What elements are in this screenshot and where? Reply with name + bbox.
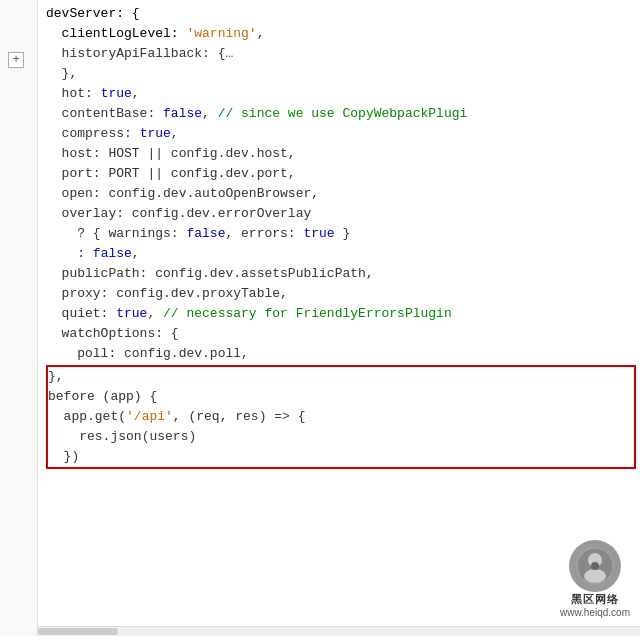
fold-button[interactable]: + [8, 52, 24, 68]
code-token: , [257, 26, 265, 41]
code-token: , [171, 126, 179, 141]
code-token: historyApiFallback: { [62, 46, 226, 61]
code-token: }, [62, 66, 78, 81]
code-line: proxy: config.dev.proxyTable, [46, 284, 640, 304]
horizontal-scrollbar[interactable] [38, 626, 640, 636]
code-token: overlay: config.dev.errorOverlay [62, 206, 312, 221]
code-line: open: config.dev.autoOpenBrowser, [46, 184, 640, 204]
code-line: watchOptions: { [46, 324, 640, 344]
code-token: open: config.dev.autoOpenBrowser, [62, 186, 319, 201]
code-token: , [202, 106, 218, 121]
code-token: contentBase: [62, 106, 163, 121]
watermark-logo [569, 540, 621, 592]
code-line: contentBase: false, // since we use Copy… [46, 104, 640, 124]
code-content: devServer: { clientLogLevel: 'warning', … [38, 0, 640, 636]
code-token: // since we use CopyWebpackPlugi [218, 106, 468, 121]
code-token: publicPath: config.dev.assetsPublicPath, [62, 266, 374, 281]
code-token: }, [48, 369, 64, 384]
code-line: publicPath: config.dev.assetsPublicPath, [46, 264, 640, 284]
highlighted-line: }) [48, 447, 634, 467]
highlighted-line: }, [48, 367, 634, 387]
highlighted-code-block: }, before (app) { app.get('/api', (req, … [46, 365, 636, 469]
watermark: 黑区网络 www.heiqd.com [560, 540, 630, 618]
code-token: , errors: [225, 226, 303, 241]
code-token: app.get( [64, 409, 126, 424]
code-line: compress: true, [46, 124, 640, 144]
code-line: ? { warnings: false, errors: true } [46, 224, 640, 244]
code-token: , [147, 306, 163, 321]
code-token: , [132, 246, 140, 261]
code-line: : false, [46, 244, 640, 264]
code-line: historyApiFallback: {… [46, 44, 640, 64]
code-token: before (app) { [48, 389, 157, 404]
code-token: , (req, res) => { [173, 409, 306, 424]
code-line: quiet: true, // necessary for FriendlyEr… [46, 304, 640, 324]
svg-point-2 [584, 569, 606, 583]
code-line: devServer: { [46, 4, 640, 24]
highlighted-line: app.get('/api', (req, res) => { [48, 407, 634, 427]
code-token: watchOptions: { [62, 326, 179, 341]
code-token: 'warning' [186, 26, 256, 41]
code-token: false [163, 106, 202, 121]
code-line: hot: true, [46, 84, 640, 104]
code-area: + devServer: { clientLogLevel: 'warning'… [0, 0, 640, 636]
code-token: true [101, 86, 132, 101]
code-token: compress: [62, 126, 140, 141]
scrollbar-thumb[interactable] [38, 628, 118, 635]
code-token: false [93, 246, 132, 261]
code-token: } [335, 226, 351, 241]
code-token: port: PORT || config.dev.port, [62, 166, 296, 181]
code-line: poll: config.dev.poll, [46, 344, 640, 364]
highlighted-line: res.json(users) [48, 427, 634, 447]
code-token: quiet: [62, 306, 117, 321]
code-token: hot: [62, 86, 101, 101]
code-token: poll: config.dev.poll, [77, 346, 249, 361]
watermark-url: www.heiqd.com [560, 607, 630, 618]
watermark-site-name: 黑区网络 [571, 592, 619, 607]
code-token: … [225, 46, 233, 61]
code-token: true [303, 226, 334, 241]
code-token: true [116, 306, 147, 321]
code-token: devServer: { [46, 6, 140, 21]
code-token: : [77, 246, 93, 261]
watermark-logo-icon [575, 546, 615, 586]
code-token: false [186, 226, 225, 241]
code-token: // necessary for FriendlyErrorsPlugin [163, 306, 452, 321]
code-line: }, [46, 64, 640, 84]
code-token: res.json(users) [79, 429, 196, 444]
code-token: clientLogLevel: [62, 26, 187, 41]
editor-container: + devServer: { clientLogLevel: 'warning'… [0, 0, 640, 636]
code-token: proxy: config.dev.proxyTable, [62, 286, 288, 301]
code-token: }) [64, 449, 80, 464]
line-gutter: + [0, 0, 38, 636]
code-token: true [140, 126, 171, 141]
code-line: clientLogLevel: 'warning', [46, 24, 640, 44]
svg-point-3 [591, 562, 599, 570]
code-token: '/api' [126, 409, 173, 424]
highlighted-line: before (app) { [48, 387, 634, 407]
code-line: overlay: config.dev.errorOverlay [46, 204, 640, 224]
code-line: port: PORT || config.dev.port, [46, 164, 640, 184]
code-line: host: HOST || config.dev.host, [46, 144, 640, 164]
code-token: host: HOST || config.dev.host, [62, 146, 296, 161]
code-token: ? { warnings: [77, 226, 186, 241]
code-token: , [132, 86, 140, 101]
